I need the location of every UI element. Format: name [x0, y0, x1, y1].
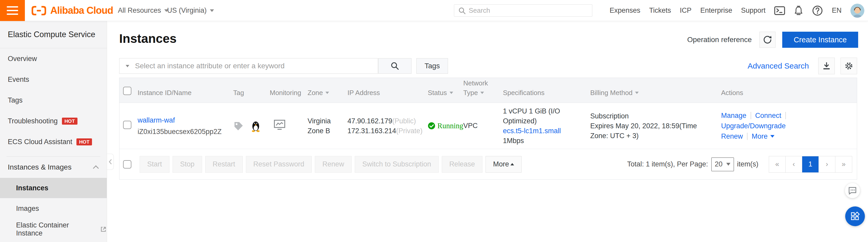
- apps-shortcut-button[interactable]: [845, 207, 865, 226]
- renew-button[interactable]: Renew: [315, 156, 351, 173]
- search-button[interactable]: [378, 58, 411, 74]
- avatar[interactable]: [850, 4, 864, 18]
- col-header-zone[interactable]: Zone: [308, 89, 347, 103]
- filter-dropdown-caret-icon[interactable]: [126, 65, 129, 67]
- pagination-next[interactable]: ›: [819, 156, 835, 172]
- action-divider: [747, 133, 747, 140]
- nav-support[interactable]: Support: [741, 6, 766, 15]
- region-selector[interactable]: US (Virginia): [167, 0, 214, 21]
- instance-id: iZ0xi135buecsex6205pp2Z: [137, 127, 233, 137]
- language-switcher[interactable]: EN: [832, 6, 842, 15]
- refresh-button[interactable]: [760, 32, 775, 48]
- sidebar-collapse-handle[interactable]: [107, 154, 114, 170]
- reset-password-button[interactable]: Reset Password: [246, 156, 312, 173]
- col-header-status[interactable]: Status: [428, 89, 463, 103]
- action-connect[interactable]: Connect: [755, 110, 781, 121]
- action-renew[interactable]: Renew: [721, 131, 743, 141]
- switch-to-subscription-button[interactable]: Switch to Subscription: [355, 156, 439, 173]
- advanced-search-link[interactable]: Advanced Search: [747, 61, 809, 70]
- start-button[interactable]: Start: [140, 156, 169, 173]
- action-more[interactable]: More: [752, 131, 768, 141]
- hot-badge: HOT: [62, 117, 78, 125]
- hamburger-menu-button[interactable]: [0, 0, 25, 21]
- logo-text: Alibaba Cloud: [50, 5, 113, 16]
- chevron-down-icon: [726, 163, 731, 166]
- nav-expenses[interactable]: Expenses: [610, 6, 641, 15]
- nav-icp[interactable]: ICP: [680, 6, 691, 15]
- spec-size: 1 vCPU 1 GiB (I/O Optimized): [503, 106, 583, 126]
- sidebar-item-events[interactable]: Events: [0, 69, 107, 90]
- pagination-page-1[interactable]: 1: [802, 156, 819, 172]
- attribute-filter-input[interactable]: [135, 62, 363, 70]
- col-header-billing[interactable]: Billing Method: [590, 89, 721, 103]
- nav-enterprise[interactable]: Enterprise: [700, 6, 732, 15]
- chevron-down-icon: [210, 9, 214, 12]
- col-header-monitoring: Monitoring: [270, 89, 308, 103]
- pagination-prev[interactable]: ‹: [785, 156, 802, 172]
- spec-instance-type-link[interactable]: ecs.t5-lc1m1.small: [503, 127, 561, 135]
- pagination-last[interactable]: »: [835, 156, 852, 172]
- instance-name-link[interactable]: wallarm-waf: [137, 116, 175, 124]
- pagination-first[interactable]: «: [769, 156, 785, 172]
- sidebar-item-images[interactable]: Images: [0, 198, 107, 219]
- cloud-shell-button[interactable]: [774, 6, 785, 15]
- sidebar-section-instances-and-images[interactable]: Instances & Images: [0, 157, 107, 178]
- row-checkbox[interactable]: [123, 121, 131, 129]
- top-nav: Expenses Tickets ICP Enterprise Support: [610, 0, 864, 21]
- stop-button[interactable]: Stop: [173, 156, 202, 173]
- notifications-button[interactable]: [794, 5, 803, 16]
- ip-public-label: (Public): [392, 117, 416, 125]
- spec-bandwidth: 1Mbps: [503, 136, 583, 146]
- action-manage[interactable]: Manage: [721, 110, 746, 121]
- sidebar-item-overview[interactable]: Overview: [0, 48, 107, 69]
- help-button[interactable]: [812, 5, 823, 16]
- tag-icon[interactable]: [233, 121, 244, 131]
- hamburger-icon: [7, 6, 18, 7]
- footer-select-all-checkbox[interactable]: [123, 160, 131, 168]
- select-all-checkbox[interactable]: [123, 87, 131, 95]
- monitoring-icon[interactable]: [274, 119, 285, 131]
- chevron-up-icon: [93, 165, 99, 171]
- sidebar-item-elastic-container-instance[interactable]: Elastic Container Instance: [0, 219, 107, 240]
- search-icon: [390, 61, 400, 71]
- nav-tickets[interactable]: Tickets: [649, 6, 671, 15]
- sidebar-item-ecs-cloud-assistant[interactable]: ECS Cloud Assistant HOT: [0, 131, 107, 152]
- export-button[interactable]: [818, 58, 835, 74]
- column-settings-button[interactable]: [840, 58, 857, 74]
- operation-reference-link[interactable]: Operation reference: [687, 35, 752, 44]
- hot-badge: HOT: [76, 138, 92, 145]
- sidebar: Elastic Compute Service Overview Events …: [0, 21, 107, 242]
- sidebar-item-troubleshooting[interactable]: Troubleshooting HOT: [0, 111, 107, 131]
- action-upgrade-downgrade[interactable]: Upgrade/Downgrade: [721, 121, 785, 131]
- chevron-down-icon: [770, 135, 774, 138]
- attribute-filter-box: [119, 58, 378, 74]
- restart-button[interactable]: Restart: [205, 156, 243, 173]
- per-page-select[interactable]: 20: [711, 157, 734, 171]
- download-icon: [822, 61, 831, 71]
- sidebar-item-instances[interactable]: Instances: [0, 178, 107, 198]
- feedback-chat-button[interactable]: [845, 183, 860, 198]
- ip-private-label: (Private): [396, 127, 423, 135]
- alibaba-cloud-logo[interactable]: Alibaba Cloud: [31, 0, 113, 21]
- total-count-label: Total: 1 item(s), Per Page:: [627, 160, 708, 168]
- bell-icon: [794, 5, 803, 16]
- billing-expiry: Expires May 20, 2022, 18:59(Time Zone: U…: [590, 121, 713, 141]
- tags-filter-button[interactable]: Tags: [416, 58, 448, 74]
- zone-line2: Zone B: [308, 126, 347, 136]
- more-button[interactable]: More: [486, 156, 522, 173]
- create-instance-button[interactable]: Create Instance: [782, 32, 858, 48]
- external-link-icon: [100, 226, 107, 233]
- pagination: « ‹ 1 › »: [769, 156, 852, 173]
- table-header-row: Instance ID/Name Tag Monitoring Zone IP …: [119, 78, 857, 103]
- top-bar: Alibaba Cloud All Resources US (Virginia…: [0, 0, 868, 21]
- resource-group-selector[interactable]: All Resources: [118, 0, 168, 21]
- chat-bubble-icon: [848, 186, 857, 195]
- release-button[interactable]: Release: [442, 156, 483, 173]
- col-header-network-type[interactable]: Network Type: [463, 79, 503, 103]
- sidebar-title: Elastic Compute Service: [0, 21, 107, 48]
- status-badge: Running: [437, 122, 463, 130]
- global-search-input[interactable]: [469, 6, 583, 15]
- sidebar-item-tags[interactable]: Tags: [0, 90, 107, 111]
- terminal-icon: [774, 6, 785, 15]
- check-circle-icon: [428, 122, 435, 130]
